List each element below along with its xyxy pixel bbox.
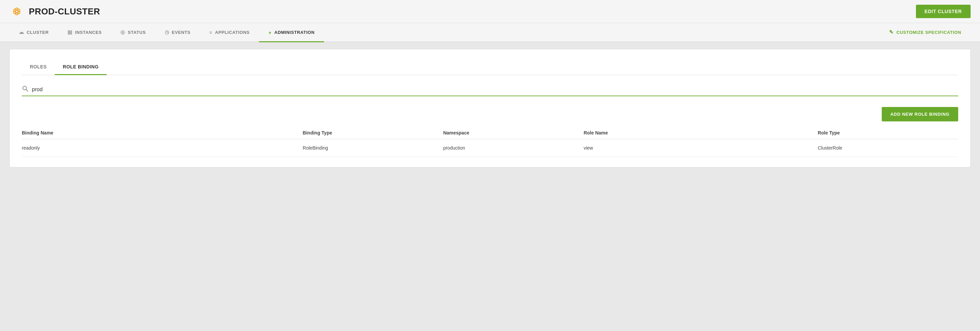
- search-container: [22, 85, 958, 96]
- add-role-binding-button[interactable]: ADD NEW ROLE BINDING: [882, 107, 958, 121]
- svg-point-3: [16, 8, 18, 10]
- cell-role-type: ClusterRole: [818, 139, 958, 157]
- cell-binding-name: readonly: [22, 139, 303, 157]
- header-left: PROD-CLUSTER: [10, 4, 100, 19]
- events-icon: ◷: [165, 29, 169, 35]
- data-table: Binding Name Binding Type Namespace Role…: [22, 127, 958, 157]
- customize-icon: ✎: [889, 29, 894, 35]
- tab-administration[interactable]: ● ADMINISTRATION: [259, 24, 324, 42]
- col-header-namespace: Namespace: [443, 127, 584, 139]
- content-card: ROLES ROLE BINDING ADD NEW ROLE BINDING: [10, 49, 970, 167]
- tab-applications[interactable]: ≡ APPLICATIONS: [200, 24, 259, 42]
- cluster-icon: [10, 4, 24, 19]
- tab-cluster[interactable]: ☁ CLUSTER: [10, 23, 58, 42]
- page-title: PROD-CLUSTER: [29, 6, 100, 17]
- subtab-role-binding[interactable]: ROLE BINDING: [55, 59, 107, 75]
- table-body: readonly RoleBinding production view Clu…: [22, 139, 958, 157]
- table-row: readonly RoleBinding production view Clu…: [22, 139, 958, 157]
- svg-point-6: [16, 13, 18, 14]
- header: PROD-CLUSTER EDIT CLUSTER: [0, 0, 980, 23]
- edit-cluster-button[interactable]: EDIT CLUSTER: [916, 5, 971, 18]
- search-input[interactable]: [32, 86, 132, 92]
- svg-point-4: [18, 10, 19, 11]
- instances-icon: ▤: [67, 29, 72, 35]
- applications-icon: ≡: [209, 30, 212, 35]
- cell-role-name: view: [584, 139, 818, 157]
- subtab-roles[interactable]: ROLES: [22, 59, 55, 75]
- svg-point-2: [16, 10, 18, 13]
- tab-events[interactable]: ◷ EVENTS: [155, 23, 200, 42]
- cloud-icon: ☁: [19, 29, 24, 35]
- administration-icon: ●: [268, 30, 272, 35]
- svg-point-5: [18, 12, 19, 13]
- svg-point-8: [14, 10, 16, 11]
- main-content: ROLES ROLE BINDING ADD NEW ROLE BINDING: [0, 42, 980, 174]
- tab-status[interactable]: ◎ STATUS: [111, 23, 155, 42]
- cell-namespace: production: [443, 139, 584, 157]
- table-header: Binding Name Binding Type Namespace Role…: [22, 127, 958, 139]
- nav-tabs: ☁ CLUSTER ▤ INSTANCES ◎ STATUS ◷ EVENTS …: [0, 23, 980, 42]
- svg-point-7: [14, 12, 16, 13]
- col-header-role-name: Role Name: [584, 127, 818, 139]
- col-header-binding-type: Binding Type: [303, 127, 443, 139]
- status-icon: ◎: [120, 29, 125, 35]
- search-icon: [22, 85, 29, 94]
- cell-binding-type: RoleBinding: [303, 139, 443, 157]
- sub-tabs: ROLES ROLE BINDING: [22, 59, 958, 75]
- table-header-row: ADD NEW ROLE BINDING: [22, 107, 958, 121]
- col-header-binding-name: Binding Name: [22, 127, 303, 139]
- tab-customize-specification[interactable]: ✎ CUSTOMIZE SPECIFICATION: [880, 23, 970, 42]
- tab-instances[interactable]: ▤ INSTANCES: [58, 23, 111, 42]
- svg-line-10: [26, 89, 28, 92]
- col-header-role-type: Role Type: [818, 127, 958, 139]
